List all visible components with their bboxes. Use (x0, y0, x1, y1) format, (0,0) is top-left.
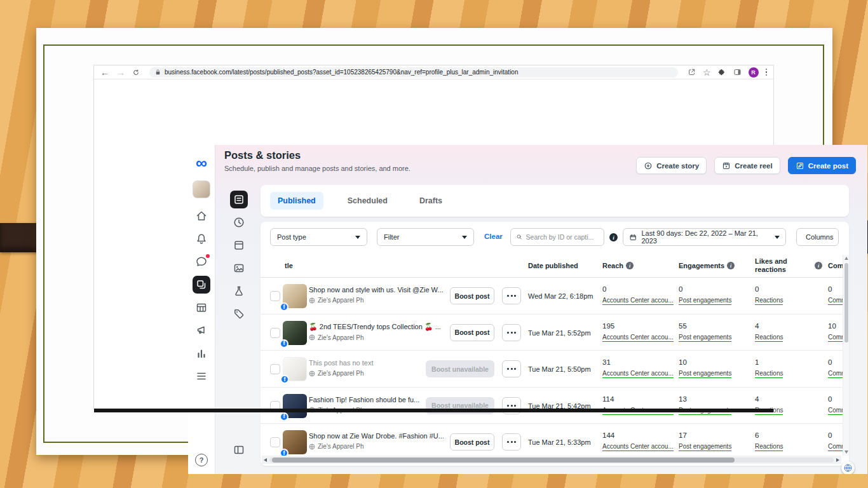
boost-post-button[interactable]: Boost post (450, 433, 494, 451)
home-icon[interactable] (193, 207, 210, 225)
post-title[interactable]: Fashion Tip! Fashion should be fu... (309, 396, 444, 403)
post-title[interactable]: Shop now and style with us. Visit @Zie W… (309, 286, 444, 294)
notifications-bell-icon[interactable] (193, 230, 210, 248)
scroll-right-arrow[interactable] (836, 458, 839, 462)
browser-menu-icon[interactable] (766, 69, 768, 76)
side-panel-icon[interactable] (733, 68, 742, 76)
bookmark-star-icon[interactable]: ☆ (703, 68, 711, 77)
likes-sublabel[interactable]: Reactions (755, 370, 783, 378)
likes-sublabel[interactable]: Reactions (755, 297, 783, 305)
extensions-puzzle-icon[interactable] (718, 68, 726, 76)
create-story-button[interactable]: Create story (636, 157, 707, 174)
engagements-sublabel[interactable]: Post engagements (679, 370, 731, 378)
search-info-icon[interactable]: i (609, 233, 618, 241)
horizontal-scrollbar[interactable] (262, 456, 841, 464)
reach-sublabel[interactable]: Accounts Center accou... (602, 370, 674, 378)
date-range-button[interactable]: Last 90 days: Dec 22, 2022 – Mar 21, 202… (623, 228, 786, 246)
create-post-button[interactable]: Create post (788, 157, 856, 174)
comments-sublabel[interactable]: Comm... (828, 407, 843, 415)
posts-section-icon-selected[interactable] (230, 191, 248, 208)
filter-dropdown[interactable]: Filter (377, 228, 474, 246)
create-story-icon (644, 161, 653, 170)
tab-scheduled[interactable]: Scheduled (340, 192, 395, 210)
share-icon[interactable] (688, 68, 696, 76)
scrollbar-thumb[interactable] (272, 458, 735, 463)
post-thumbnail: f (283, 394, 307, 418)
reach-sublabel[interactable]: Accounts Center accou... (602, 297, 674, 305)
likes-sublabel[interactable]: Reactions (755, 443, 783, 451)
post-type-dropdown[interactable]: Post type (270, 228, 367, 246)
planner-frame-icon[interactable] (230, 236, 248, 254)
row-more-button[interactable] (502, 433, 521, 451)
comments-sublabel[interactable]: Comm... (828, 297, 843, 305)
browser-profile-avatar[interactable]: R (749, 67, 759, 78)
engagements-sublabel[interactable]: Post engagements (679, 443, 731, 451)
planner-grid-icon[interactable] (193, 299, 210, 316)
reach-value: 0 (602, 285, 674, 293)
content-photo-icon[interactable] (230, 259, 248, 277)
post-title[interactable]: Shop now at Zie War Drobe. #Fashion #U..… (309, 432, 444, 440)
clear-filters-link[interactable]: Clear (484, 233, 503, 240)
table-header: tle Date published Reachi Engagementsi L… (261, 254, 843, 278)
back-icon[interactable]: ← (100, 68, 109, 77)
post-thumbnail: f (283, 357, 307, 381)
row-checkbox[interactable] (270, 291, 280, 301)
tab-drafts[interactable]: Drafts (412, 192, 450, 210)
comments-sublabel[interactable]: Comm... (828, 370, 843, 378)
row-more-button[interactable] (502, 324, 521, 341)
refresh-icon[interactable] (132, 69, 140, 76)
engagements-sublabel[interactable]: Post engagements (679, 334, 731, 342)
tab-published[interactable]: Published (270, 192, 323, 210)
table-row: f Shop now and style with us. Visit @Zie… (261, 278, 843, 315)
help-icon[interactable]: ? (195, 454, 208, 466)
create-reel-button[interactable]: Create reel (714, 157, 780, 174)
page-subtitle: Schedule, publish and manage posts and s… (224, 165, 410, 172)
table-row: f 🍒 2nd TEES/Trendy tops Collection 🍒 ..… (261, 315, 843, 351)
ab-test-flask-icon[interactable] (230, 282, 248, 300)
posts-nav-icon-selected[interactable] (193, 276, 210, 294)
facebook-badge-icon: f (280, 412, 288, 421)
row-checkbox[interactable] (270, 328, 280, 338)
row-checkbox[interactable] (270, 437, 280, 447)
inbox-chat-icon[interactable] (193, 253, 210, 271)
engagements-cell: 0 Post engagements (679, 285, 731, 305)
info-icon[interactable]: i (815, 262, 822, 269)
reach-sublabel[interactable]: Accounts Center accou... (602, 334, 674, 342)
comments-value: 0 (828, 358, 843, 366)
row-more-button[interactable] (502, 287, 521, 304)
create-reel-icon (722, 161, 731, 170)
engagements-sublabel[interactable]: Post engagements (679, 297, 731, 305)
scroll-down-arrow[interactable] (844, 451, 848, 454)
scroll-left-arrow[interactable] (264, 458, 267, 462)
likes-sublabel[interactable]: Reactions (755, 334, 783, 342)
tags-icon[interactable] (230, 305, 248, 323)
post-title[interactable]: This post has no text (309, 359, 444, 367)
ads-megaphone-icon[interactable] (193, 322, 210, 339)
scrollbar-thumb[interactable] (844, 263, 848, 342)
boost-post-button[interactable]: Boost post (450, 324, 494, 341)
address-bar[interactable]: business.facebook.com/latest/posts/publi… (149, 67, 678, 78)
comments-sublabel[interactable]: Comm... (828, 334, 843, 342)
reach-sublabel[interactable]: Accounts Center accou... (602, 443, 674, 451)
search-box[interactable] (510, 228, 604, 246)
scheduled-clock-icon[interactable] (230, 214, 248, 231)
insights-chart-icon[interactable] (193, 344, 210, 362)
boost-post-button[interactable]: Boost post (450, 287, 494, 304)
info-icon[interactable]: i (626, 262, 634, 269)
comments-sublabel[interactable]: Comm... (828, 443, 843, 451)
vertical-scrollbar[interactable] (843, 255, 849, 456)
page-avatar[interactable] (193, 180, 210, 198)
info-icon[interactable]: i (727, 262, 735, 269)
row-more-button[interactable] (502, 360, 521, 377)
table-row: f Fashion Tip! Fashion should be fu... Z… (261, 388, 843, 424)
row-checkbox[interactable] (270, 364, 280, 374)
language-globe-button[interactable] (841, 461, 855, 474)
collapse-sidebar-icon[interactable] (230, 441, 248, 459)
post-title[interactable]: 🍒 2nd TEES/Trendy tops Collection 🍒 ... (309, 323, 444, 331)
meta-logo-icon[interactable]: ∞ (196, 155, 207, 170)
search-input[interactable] (526, 233, 599, 241)
scroll-up-arrow[interactable] (844, 257, 848, 260)
likes-cell: 0 Reactions (755, 285, 783, 305)
columns-button[interactable]: Columns (796, 228, 839, 246)
more-menu-icon[interactable] (193, 367, 210, 385)
